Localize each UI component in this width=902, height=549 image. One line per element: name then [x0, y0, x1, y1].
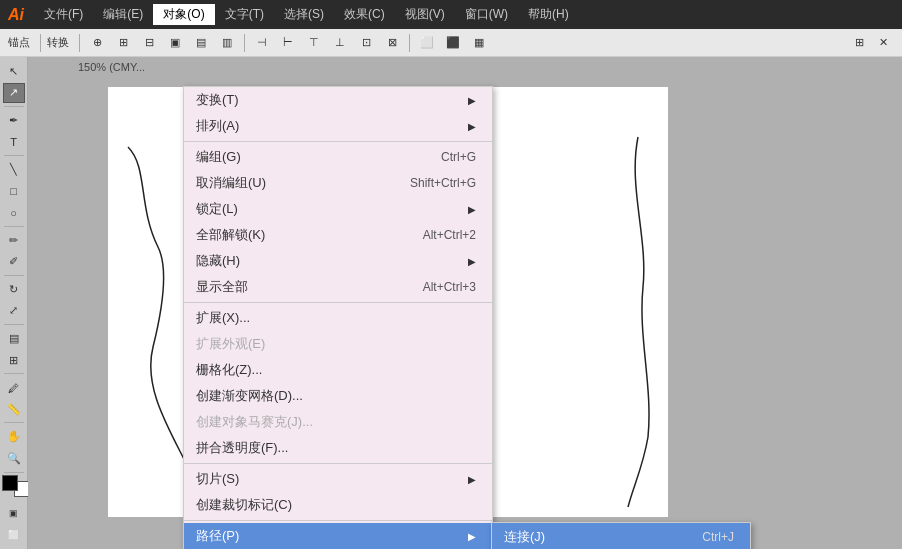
menu-object-expand[interactable]: 扩展(X)...: [184, 305, 492, 331]
color-selector[interactable]: [2, 475, 26, 497]
menu-sep-3: [184, 463, 492, 464]
menu-object-expand-appearance: 扩展外观(E): [184, 331, 492, 357]
toolbar-icon-right-1[interactable]: ⊞: [848, 32, 870, 54]
tool-line[interactable]: ╲: [3, 159, 25, 180]
toolbar: 锚点 转换 ⊕ ⊞ ⊟ ▣ ▤ ▥ ⊣ ⊢ ⊤ ⊥ ⊡ ⊠ ⬜ ⬛ ▦ ⊞ ✕: [0, 29, 902, 57]
tool-rotate[interactable]: ↻: [3, 279, 25, 300]
tool-measure[interactable]: 📏: [3, 399, 25, 420]
menu-object-lock[interactable]: 锁定(L) ▶: [184, 196, 492, 222]
anchor-label: 锚点: [8, 35, 30, 50]
tool-change-mode[interactable]: ⬜: [3, 524, 25, 545]
tool-scale[interactable]: ⤢: [3, 301, 25, 322]
toolbar-icon-5[interactable]: ▤: [190, 32, 212, 54]
menu-object-unlock-all[interactable]: 全部解锁(K) Alt+Ctrl+2: [184, 222, 492, 248]
tool-type[interactable]: T: [3, 132, 25, 153]
tool-separator-3: [4, 226, 24, 227]
menu-object-arrange[interactable]: 排列(A) ▶: [184, 113, 492, 139]
tool-hand[interactable]: ✋: [3, 426, 25, 447]
menu-object[interactable]: 对象(O): [153, 4, 214, 25]
menu-edit[interactable]: 编辑(E): [93, 4, 153, 25]
toolbar-separator-3: [244, 34, 245, 52]
toolbar-icon-10[interactable]: ⊥: [329, 32, 351, 54]
canvas-area: 150% (CMY... 变换(T) ▶ 排列(A): [28, 57, 902, 549]
tool-mesh[interactable]: ⊞: [3, 350, 25, 371]
tool-pencil[interactable]: ✐: [3, 252, 25, 273]
tool-zoom[interactable]: 🔍: [3, 448, 25, 469]
toolbar-separator-2: [79, 34, 80, 52]
foreground-color[interactable]: [2, 475, 18, 491]
toolbar-icon-8[interactable]: ⊢: [277, 32, 299, 54]
toolbar-icon-9[interactable]: ⊤: [303, 32, 325, 54]
menu-object-ungroup[interactable]: 取消编组(U) Shift+Ctrl+G: [184, 170, 492, 196]
toolbar-icon-13[interactable]: ⬜: [416, 32, 438, 54]
menubar: 文件(F) 编辑(E) 对象(O) 文字(T) 选择(S) 效果(C) 视图(V…: [34, 4, 579, 25]
tool-ellipse[interactable]: ○: [3, 202, 25, 223]
toolbar-icon-4[interactable]: ▣: [164, 32, 186, 54]
menu-help[interactable]: 帮助(H): [518, 4, 579, 25]
menu-object-create-slice[interactable]: 创建裁切标记(C): [184, 492, 492, 518]
tool-separator-4: [4, 275, 24, 276]
tool-gradient[interactable]: ▤: [3, 328, 25, 349]
menu-object-path[interactable]: 路径(P) ▶: [184, 523, 492, 549]
toolbar-icon-15[interactable]: ▦: [468, 32, 490, 54]
transform-label: 转换: [47, 35, 69, 50]
menu-object-mosaic: 创建对象马赛克(J)...: [184, 409, 492, 435]
menu-text[interactable]: 文字(T): [215, 4, 274, 25]
menu-object-show-all[interactable]: 显示全部 Alt+Ctrl+3: [184, 274, 492, 300]
menu-sep-2: [184, 302, 492, 303]
main-area: ↖ ↗ ✒ T ╲ □ ○ ✏ ✐ ↻ ⤢ ▤ ⊞ 🖉 📏 ✋ 🔍 ▣ ⬜ 15…: [0, 57, 902, 549]
toolbar-icon-11[interactable]: ⊡: [355, 32, 377, 54]
menu-object-transform[interactable]: 变换(T) ▶: [184, 87, 492, 113]
title-bar: Ai 文件(F) 编辑(E) 对象(O) 文字(T) 选择(S) 效果(C) 视…: [0, 0, 902, 29]
toolbar-icon-right-2[interactable]: ✕: [872, 32, 894, 54]
dropdown-overlay: 变换(T) ▶ 排列(A) ▶ 编组(G) Ctrl+G 取消编组(U) Shi: [28, 57, 902, 549]
menu-effect[interactable]: 效果(C): [334, 4, 395, 25]
menu-sep-1: [184, 141, 492, 142]
tool-separator-5: [4, 324, 24, 325]
tool-eyedropper[interactable]: 🖉: [3, 377, 25, 398]
toolbar-separator-4: [409, 34, 410, 52]
tool-pen[interactable]: ✒: [3, 110, 25, 131]
tool-rect[interactable]: □: [3, 181, 25, 202]
tool-brush[interactable]: ✏: [3, 230, 25, 251]
toolbar-icon-14[interactable]: ⬛: [442, 32, 464, 54]
menu-view[interactable]: 视图(V): [395, 4, 455, 25]
menu-object-rasterize[interactable]: 栅格化(Z)...: [184, 357, 492, 383]
menu-select[interactable]: 选择(S): [274, 4, 334, 25]
menu-sep-4: [184, 520, 492, 521]
menu-object-gradient-mesh[interactable]: 创建渐变网格(D)...: [184, 383, 492, 409]
path-submenu-dropdown: 连接(J) Ctrl+J 平均(V)... Alt+Ctrl+J 轮廓化描边(U…: [491, 522, 751, 549]
tool-select[interactable]: ↖: [3, 61, 25, 82]
object-menu-dropdown: 变换(T) ▶ 排列(A) ▶ 编组(G) Ctrl+G 取消编组(U) Shi: [183, 86, 493, 549]
toolbar-icon-2[interactable]: ⊞: [112, 32, 134, 54]
menu-object-group[interactable]: 编组(G) Ctrl+G: [184, 144, 492, 170]
path-menu-join[interactable]: 连接(J) Ctrl+J: [492, 523, 750, 549]
app-logo: Ai: [8, 6, 24, 24]
tool-screen-mode[interactable]: ▣: [3, 503, 25, 524]
toolbar-icon-3[interactable]: ⊟: [138, 32, 160, 54]
menu-object-flatten-transparency[interactable]: 拼合透明度(F)...: [184, 435, 492, 461]
menu-file[interactable]: 文件(F): [34, 4, 93, 25]
toolbar-icon-12[interactable]: ⊠: [381, 32, 403, 54]
tool-separator-8: [4, 472, 24, 473]
tool-separator-2: [4, 155, 24, 156]
tool-separator-1: [4, 106, 24, 107]
tool-separator-7: [4, 422, 24, 423]
menu-window[interactable]: 窗口(W): [455, 4, 518, 25]
menu-object-hide[interactable]: 隐藏(H) ▶: [184, 248, 492, 274]
toolbar-icon-1[interactable]: ⊕: [86, 32, 108, 54]
toolbox: ↖ ↗ ✒ T ╲ □ ○ ✏ ✐ ↻ ⤢ ▤ ⊞ 🖉 📏 ✋ 🔍 ▣ ⬜: [0, 57, 28, 549]
toolbar-icon-6[interactable]: ▥: [216, 32, 238, 54]
toolbar-icon-7[interactable]: ⊣: [251, 32, 273, 54]
toolbar-separator: [40, 34, 41, 52]
tool-separator-6: [4, 373, 24, 374]
menu-object-slice[interactable]: 切片(S) ▶: [184, 466, 492, 492]
tool-direct-select[interactable]: ↗: [3, 83, 25, 104]
